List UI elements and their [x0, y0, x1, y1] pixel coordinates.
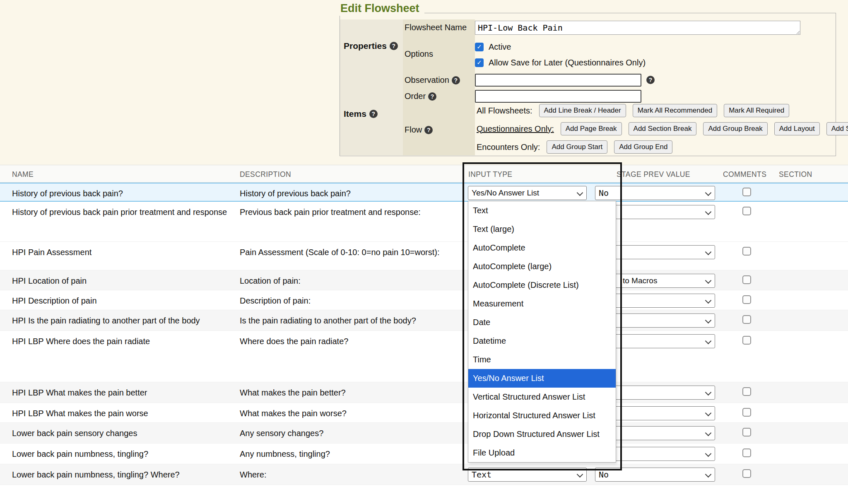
mark-all-recommended-button[interactable]: Mark All Recommended — [633, 104, 717, 117]
help-icon[interactable]: ? — [390, 42, 398, 50]
table-row[interactable]: HPI Is the pain radiating to another par… — [0, 310, 848, 331]
table-row[interactable]: Lower back pain sensory changes Any sens… — [0, 423, 848, 444]
item-name: HPI LBP What makes the pain worse — [12, 408, 227, 419]
observation-label: Observation ? — [403, 72, 475, 88]
input-type-option[interactable]: Horizontal Structured Answer List — [468, 406, 616, 425]
item-name: HPI Pain Assessment — [12, 247, 227, 258]
table-row[interactable]: History of previous back pain? History o… — [0, 183, 848, 202]
options-label: Options — [403, 36, 475, 72]
all-flowsheets-label: All Flowsheets: — [477, 106, 532, 116]
comments-checkbox[interactable] — [742, 315, 751, 324]
comments-checkbox[interactable] — [742, 387, 751, 396]
input-type-option[interactable]: File Upload — [468, 444, 616, 462]
chevron-down-icon — [705, 297, 712, 304]
flowsheet-items-table: NAME DESCRIPTION INPUT TYPE STAGE PREV V… — [0, 165, 848, 504]
add-scriptlet-button[interactable]: Add Scriptlet — [826, 122, 848, 135]
table-row[interactable]: Lower back pain numbness, tingling? Any … — [0, 444, 848, 464]
comments-checkbox[interactable] — [742, 469, 751, 478]
add-section-break-button[interactable]: Add Section Break — [629, 122, 697, 135]
checked-checkbox[interactable]: ✓ — [475, 58, 484, 67]
input-type-option-selected[interactable]: Yes/No Answer List — [468, 369, 616, 388]
input-type-select[interactable]: Text — [468, 468, 587, 482]
add-line-break-header-button[interactable]: Add Line Break / Header — [539, 104, 626, 117]
item-description: Is the pain radiating to another part of… — [240, 315, 441, 326]
input-type-option[interactable]: Text (large) — [468, 220, 616, 239]
table-row[interactable]: Lower back pain numbness, tingling? Wher… — [0, 464, 848, 485]
comments-checkbox[interactable] — [742, 449, 751, 457]
input-type-option[interactable]: Drop Down Structured Answer List — [468, 425, 616, 444]
items-label: Items — [344, 109, 366, 119]
order-label: Order ? — [403, 88, 475, 104]
table-row[interactable]: HPI LBP What makes the pain worse What m… — [0, 403, 848, 423]
flow-group-all-flowsheets: All Flowsheets: Add Line Break / Header … — [475, 101, 839, 120]
item-name: HPI LBP What makes the pain better — [12, 387, 227, 398]
comments-checkbox[interactable] — [742, 207, 751, 215]
table-row[interactable]: HPI Description of pain Description of p… — [0, 290, 848, 310]
input-type-option[interactable]: AutoComplete (large) — [468, 257, 616, 276]
item-description: Pain Assessment (Scale of 0-10: 0=no pai… — [240, 247, 441, 258]
chevron-down-icon — [577, 190, 583, 196]
comments-checkbox[interactable] — [742, 336, 751, 345]
table-row[interactable]: HPI LBP What makes the pain better What … — [0, 382, 848, 403]
properties-label: Properties — [344, 41, 387, 51]
table-row[interactable]: HPI Location of pain Location of pain: t… — [0, 270, 848, 290]
item-name: History of previous back pain prior trea… — [12, 207, 227, 217]
table-row[interactable]: HPI Pain Assessment Pain Assessment (Sca… — [0, 242, 848, 270]
order-input[interactable] — [475, 90, 641, 103]
comments-checkbox[interactable] — [742, 247, 751, 256]
item-name: Lower back pain numbness, tingling? Wher… — [12, 469, 227, 480]
input-type-option[interactable]: Text — [468, 201, 616, 220]
flowsheet-name-input[interactable]: HPI-Low Back Pain — [475, 21, 800, 35]
chevron-down-icon — [705, 389, 712, 396]
help-icon[interactable]: ? — [428, 92, 436, 101]
add-layout-button[interactable]: Add Layout — [774, 122, 820, 135]
input-type-option[interactable]: AutoComplete (Discrete List) — [468, 276, 616, 294]
chevron-down-icon — [705, 277, 712, 284]
page-title: Edit Flowsheet — [339, 2, 424, 16]
comments-checkbox[interactable] — [742, 295, 751, 304]
input-type-select[interactable]: Yes/No Answer List — [468, 186, 587, 200]
help-icon[interactable]: ? — [424, 126, 433, 134]
comments-checkbox[interactable] — [742, 408, 751, 417]
item-description: Any sensory changes? — [240, 428, 441, 439]
add-group-end-button[interactable]: Add Group End — [614, 140, 672, 154]
help-icon[interactable]: ? — [452, 76, 460, 84]
comments-checkbox[interactable] — [742, 428, 751, 436]
input-type-option[interactable]: Datetime — [468, 332, 616, 350]
column-header-description: DESCRIPTION — [240, 170, 291, 179]
stage-prev-select[interactable]: No — [595, 186, 715, 200]
chevron-down-icon — [705, 430, 712, 436]
add-group-break-button[interactable]: Add Group Break — [703, 122, 767, 135]
input-type-option[interactable]: AutoComplete — [468, 239, 616, 257]
table-row[interactable]: HPI LBP Where does the pain radiate Wher… — [0, 331, 848, 382]
item-description: Where does the pain radiate? — [240, 336, 441, 347]
comments-checkbox[interactable] — [742, 275, 751, 284]
help-icon[interactable]: ? — [369, 110, 378, 118]
help-icon[interactable]: ? — [646, 76, 655, 84]
item-description: Description of pain: — [240, 295, 441, 306]
add-group-start-button[interactable]: Add Group Start — [547, 140, 607, 154]
comments-checkbox[interactable] — [742, 188, 751, 196]
item-description: What makes the pain better? — [240, 387, 441, 398]
input-type-option[interactable]: Vertical Structured Answer List — [468, 388, 616, 406]
observation-input[interactable] — [475, 74, 641, 87]
items-section-header: Items ? — [340, 72, 403, 155]
add-page-break-button[interactable]: Add Page Break — [561, 122, 622, 135]
chevron-down-icon — [705, 190, 712, 196]
questionnaires-only-label: Questionnaires Only: — [477, 124, 554, 134]
column-header-name: NAME — [12, 170, 34, 179]
table-row[interactable]: History of previous back pain prior trea… — [0, 202, 848, 242]
input-type-option[interactable]: Measurement — [468, 294, 616, 313]
flow-group-questionnaires-only: Questionnaires Only: Add Page Break Add … — [475, 120, 839, 138]
item-description: Location of pain: — [240, 275, 441, 286]
mark-all-required-button[interactable]: Mark All Required — [724, 104, 789, 117]
checked-checkbox[interactable]: ✓ — [475, 43, 484, 51]
chevron-down-icon — [705, 317, 712, 324]
properties-section-header: Properties ? — [340, 19, 403, 72]
input-type-option[interactable]: Time — [468, 350, 616, 369]
input-type-option[interactable]: Date — [468, 313, 616, 332]
column-header-section: SECTION — [779, 170, 812, 179]
stage-prev-select[interactable]: No — [595, 468, 715, 482]
flow-group-encounters-only: Encounters Only: Add Group Start Add Gro… — [475, 138, 839, 156]
item-description: Previous back pain prior treatment and r… — [240, 207, 441, 217]
